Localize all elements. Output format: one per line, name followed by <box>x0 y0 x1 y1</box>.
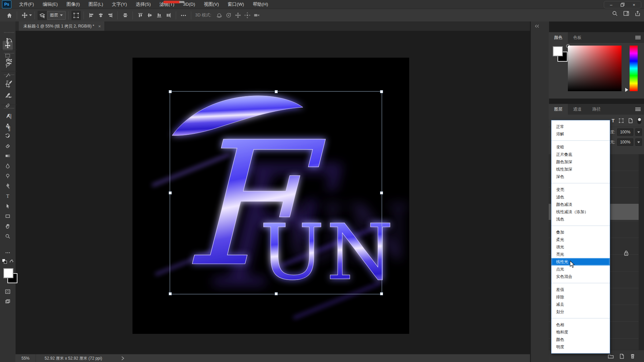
blend-option-saturation[interactable]: 饱和度 <box>551 328 610 336</box>
properties-3d-panel-icon[interactable] <box>3 56 15 67</box>
move-tool-chevron-icon[interactable] <box>29 14 32 16</box>
tab-color[interactable]: 颜色 <box>549 32 568 43</box>
transform-controls-toggle-icon[interactable] <box>71 11 81 20</box>
align-horizontal-centers-icon[interactable] <box>96 11 105 20</box>
distribute-horizontal-spacing-icon[interactable] <box>164 11 173 20</box>
blend-option-linear-burn[interactable]: 线性加深 <box>551 166 610 173</box>
workspace-switcher-icon[interactable] <box>623 10 629 16</box>
search-icon[interactable] <box>612 10 618 16</box>
blend-option-soft-light[interactable]: 柔光 <box>551 236 610 243</box>
opacity-value-field[interactable]: 100% <box>617 128 633 136</box>
transform-handle-n[interactable] <box>275 90 278 93</box>
distribute-vertical-centers-icon[interactable] <box>145 11 154 20</box>
new-layer-icon[interactable] <box>619 354 625 359</box>
transform-bounding-box[interactable] <box>170 91 382 294</box>
transform-handle-s[interactable] <box>275 292 278 295</box>
tool-type[interactable]: T <box>3 191 13 201</box>
tab-close-icon[interactable]: × <box>98 24 101 29</box>
menu-file[interactable]: 文件(F) <box>15 0 38 9</box>
blend-option-lighten[interactable]: 变亮 <box>551 186 610 193</box>
3d-pan-icon[interactable] <box>233 11 243 20</box>
menu-layer[interactable]: 图层(L) <box>84 0 108 9</box>
minimize-button[interactable]: – <box>605 2 617 8</box>
transform-handle-e[interactable] <box>380 191 383 194</box>
expand-panels-icon[interactable] <box>535 24 539 28</box>
brushes-panel-icon[interactable] <box>3 90 15 101</box>
menu-edit[interactable]: 编辑(E) <box>38 0 62 9</box>
tools-panel-drag-handle[interactable] <box>1 23 3 26</box>
tab-swatches[interactable]: 色板 <box>568 32 587 43</box>
blend-option-difference[interactable]: 差值 <box>551 286 610 293</box>
ps-logo-icon[interactable]: Ps <box>2 0 11 8</box>
menu-select[interactable]: 选择(S) <box>131 0 155 9</box>
tool-hand[interactable] <box>3 222 13 231</box>
auto-select-toggle-icon[interactable] <box>38 11 47 20</box>
fill-chevron-icon[interactable] <box>635 138 642 146</box>
blend-option-hard-mix[interactable]: 实色混合 <box>551 273 610 280</box>
layers-scrollbar[interactable] <box>639 154 644 350</box>
align-right-edges-icon[interactable] <box>105 11 115 20</box>
filter-smart-object-icon[interactable] <box>628 118 633 123</box>
hue-slider-strip[interactable] <box>630 46 638 91</box>
auto-select-target-dropdown[interactable]: 图层 <box>47 11 66 20</box>
blend-option-normal[interactable]: 正常 <box>551 123 610 130</box>
align-left-edges-icon[interactable] <box>87 11 96 20</box>
tab-layers[interactable]: 图层 <box>549 104 568 115</box>
blend-option-vivid-light[interactable]: 亮光 <box>551 251 610 258</box>
menu-image[interactable]: 图像(I) <box>62 0 84 9</box>
distribute-top-edges-icon[interactable] <box>136 11 145 20</box>
blend-option-darker-color[interactable]: 深色 <box>551 173 610 180</box>
share-icon[interactable] <box>635 10 641 16</box>
menu-view[interactable]: 视图(V) <box>200 0 223 9</box>
hue-slider-arrow-icon[interactable] <box>625 88 628 92</box>
blend-option-linear-light-selected[interactable]: 线性光 <box>551 258 610 265</box>
3d-camera-icon[interactable] <box>252 11 262 20</box>
transform-handle-nw[interactable] <box>169 90 172 93</box>
saturation-brightness-field[interactable] <box>568 46 622 91</box>
zoom-level-field[interactable]: 55% <box>15 354 36 362</box>
layers-panel-menu-icon[interactable] <box>635 107 641 112</box>
transform-handle-ne[interactable] <box>380 90 383 93</box>
blend-option-subtract[interactable]: 减去 <box>551 301 610 308</box>
blend-option-pin-light[interactable]: 点光 <box>551 265 610 273</box>
blend-option-multiply[interactable]: 正片叠底 <box>551 151 610 158</box>
screen-mode-button[interactable] <box>3 297 13 306</box>
menu-window[interactable]: 窗口(W) <box>223 0 249 9</box>
blend-option-divide[interactable]: 划分 <box>551 308 610 315</box>
toolbar-more-ellipsis-icon[interactable] <box>3 248 13 257</box>
close-button[interactable]: × <box>628 2 640 8</box>
menu-type[interactable]: 文字(Y) <box>108 0 131 9</box>
tool-path-select[interactable] <box>3 201 13 211</box>
color-picker-marker[interactable] <box>566 44 570 48</box>
blend-option-hard-light[interactable]: 强光 <box>551 243 610 251</box>
character-panel-icon[interactable]: A| <box>3 111 15 122</box>
color-panel-foreground-swatch[interactable] <box>553 46 563 56</box>
fill-value-field[interactable]: 100% <box>617 138 633 146</box>
layer-filter-toggle[interactable] <box>637 117 641 124</box>
transform-handle-sw[interactable] <box>169 292 172 295</box>
new-group-icon[interactable] <box>608 354 614 359</box>
3d-slide-icon[interactable] <box>243 11 252 20</box>
more-options-ellipsis-icon[interactable] <box>179 11 188 20</box>
transform-handle-se[interactable] <box>380 292 383 295</box>
home-button[interactable] <box>5 11 14 20</box>
blend-option-color[interactable]: 颜色 <box>551 336 610 343</box>
foreground-color-swatch[interactable] <box>3 268 13 278</box>
opacity-chevron-icon[interactable] <box>635 128 642 136</box>
tool-zoom[interactable] <box>3 232 13 241</box>
blend-option-color-burn[interactable]: 颜色加深 <box>551 158 610 166</box>
delete-layer-icon[interactable] <box>630 354 635 359</box>
blend-option-hue[interactable]: 色相 <box>551 321 610 328</box>
brush-settings-panel-icon[interactable] <box>3 77 15 88</box>
blend-option-screen[interactable]: 滤色 <box>551 193 610 201</box>
restore-button[interactable] <box>617 2 628 8</box>
status-chevron-icon[interactable] <box>121 356 125 361</box>
blend-option-luminosity[interactable]: 明度 <box>551 343 610 351</box>
tool-eraser[interactable] <box>3 141 13 150</box>
3d-roll-icon[interactable] <box>224 11 233 20</box>
paragraph-panel-icon[interactable]: ¶ <box>3 123 15 135</box>
swap-colors-icon[interactable] <box>9 259 14 264</box>
blend-option-exclusion[interactable]: 排除 <box>551 293 610 301</box>
blend-option-lighter-color[interactable]: 浅色 <box>551 216 610 223</box>
transform-handle-w[interactable] <box>169 191 172 194</box>
